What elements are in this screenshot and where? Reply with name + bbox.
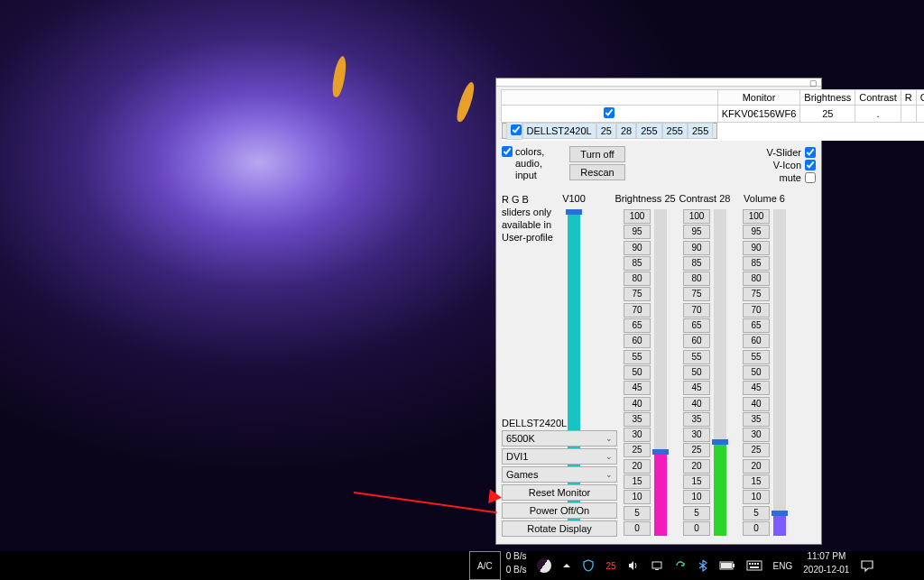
scale-step-button[interactable]: 85 bbox=[624, 256, 651, 271]
scale-step-button[interactable]: 50 bbox=[683, 365, 710, 380]
clock[interactable]: 11:07 PM 2020-12-01 bbox=[798, 551, 855, 580]
turn-off-button[interactable]: Turn off bbox=[569, 146, 625, 162]
scale-step-button[interactable]: 30 bbox=[683, 428, 710, 442]
rescan-button[interactable]: Rescan bbox=[569, 164, 625, 180]
sync-icon[interactable] bbox=[669, 551, 692, 580]
monitor-tray-icon[interactable] bbox=[645, 551, 669, 580]
scale-step-button[interactable]: 25 bbox=[624, 443, 651, 457]
scale-step-button[interactable]: 50 bbox=[624, 365, 651, 380]
scale-step-button[interactable]: 15 bbox=[624, 474, 651, 489]
scale-step-button[interactable]: 5 bbox=[624, 506, 651, 520]
contrast-slider[interactable] bbox=[714, 209, 726, 536]
scale-step-button[interactable]: 20 bbox=[683, 459, 710, 474]
battery-icon[interactable] bbox=[714, 551, 741, 580]
scale-step-button[interactable]: 55 bbox=[743, 350, 770, 364]
scale-step-button[interactable]: 20 bbox=[743, 459, 770, 474]
scale-step-button[interactable]: 40 bbox=[743, 397, 770, 411]
scale-step-button[interactable]: 95 bbox=[683, 225, 710, 239]
scale-step-button[interactable]: 40 bbox=[624, 397, 651, 411]
input-select[interactable]: DVI1⌄ bbox=[502, 448, 617, 465]
scale-step-button[interactable]: 15 bbox=[683, 474, 710, 489]
scale-step-button[interactable]: 75 bbox=[743, 287, 770, 301]
table-row[interactable]: DELLST2420L 25 28 255 255 255 bbox=[502, 123, 718, 139]
scale-step-button[interactable]: 5 bbox=[743, 506, 770, 520]
scale-step-button[interactable]: 70 bbox=[624, 303, 651, 318]
scale-step-button[interactable]: 100 bbox=[683, 209, 710, 224]
notifications-icon[interactable] bbox=[855, 551, 880, 580]
scale-step-button[interactable]: 35 bbox=[743, 412, 770, 427]
scale-step-button[interactable]: 60 bbox=[624, 334, 651, 348]
scale-step-button[interactable]: 85 bbox=[743, 256, 770, 271]
tray-expand-icon[interactable] bbox=[557, 551, 577, 580]
scale-step-button[interactable]: 35 bbox=[683, 412, 710, 427]
brightness-slider[interactable] bbox=[654, 209, 667, 536]
volume-icon[interactable] bbox=[622, 551, 645, 580]
window-titlebar[interactable]: ▢ bbox=[496, 78, 821, 87]
scale-step-button[interactable]: 90 bbox=[624, 241, 651, 255]
volume-slider[interactable] bbox=[773, 209, 786, 536]
scale-step-button[interactable]: 20 bbox=[624, 459, 651, 474]
scale-step-button[interactable]: 65 bbox=[683, 318, 710, 333]
scale-step-button[interactable]: 90 bbox=[683, 241, 710, 255]
language-indicator[interactable]: ENG bbox=[768, 551, 799, 580]
scale-step-button[interactable]: 70 bbox=[743, 303, 770, 318]
reset-monitor-button[interactable]: Reset Monitor bbox=[502, 484, 617, 501]
mute-checkbox[interactable] bbox=[805, 172, 816, 183]
scale-step-button[interactable]: 65 bbox=[743, 318, 770, 333]
monitor-checkbox[interactable] bbox=[511, 124, 522, 135]
table-row[interactable]: KFKV0€156WF6 25 . bbox=[502, 106, 925, 123]
scale-step-button[interactable]: 45 bbox=[683, 381, 710, 395]
scale-step-button[interactable]: 10 bbox=[683, 490, 710, 504]
scale-step-button[interactable]: 85 bbox=[683, 256, 710, 271]
color-temp-select[interactable]: 6500K⌄ bbox=[502, 430, 617, 447]
scale-step-button[interactable]: 60 bbox=[683, 334, 710, 348]
scale-step-button[interactable]: 0 bbox=[743, 521, 770, 536]
vicon-checkbox[interactable] bbox=[805, 160, 816, 170]
scale-step-button[interactable]: 75 bbox=[683, 287, 710, 301]
scale-step-button[interactable]: 80 bbox=[624, 272, 651, 286]
scale-step-button[interactable]: 55 bbox=[683, 350, 710, 364]
scale-step-button[interactable]: 95 bbox=[743, 225, 770, 239]
close-icon[interactable]: ▢ bbox=[809, 79, 818, 87]
scale-step-button[interactable]: 55 bbox=[624, 350, 651, 364]
bluetooth-icon[interactable] bbox=[692, 551, 714, 580]
monitor-checkbox[interactable] bbox=[604, 107, 614, 118]
temperature-indicator[interactable]: 25 bbox=[600, 551, 621, 580]
scale-step-button[interactable]: 10 bbox=[743, 490, 770, 504]
scale-step-button[interactable]: 80 bbox=[683, 272, 710, 286]
scale-step-button[interactable]: 95 bbox=[624, 225, 651, 239]
scale-step-button[interactable]: 40 bbox=[683, 397, 710, 411]
scale-step-button[interactable]: 75 bbox=[624, 287, 651, 301]
scale-step-button[interactable]: 60 bbox=[743, 334, 770, 348]
colors-audio-input-checkbox[interactable] bbox=[502, 146, 513, 157]
scale-step-button[interactable]: 0 bbox=[683, 521, 710, 536]
rotate-display-button[interactable]: Rotate Display bbox=[502, 520, 617, 537]
scale-step-button[interactable]: 0 bbox=[624, 521, 651, 536]
scale-step-button[interactable]: 80 bbox=[743, 272, 770, 286]
scale-step-button[interactable]: 30 bbox=[743, 428, 770, 442]
scale-step-button[interactable]: 50 bbox=[743, 365, 770, 380]
scale-step-button[interactable]: 35 bbox=[624, 412, 651, 427]
scale-step-button[interactable]: 45 bbox=[743, 381, 770, 395]
scale-step-button[interactable]: 25 bbox=[683, 443, 710, 457]
scale-step-button[interactable]: 70 bbox=[683, 303, 710, 318]
vslider-checkbox[interactable] bbox=[805, 147, 816, 158]
scale-step-button[interactable]: 25 bbox=[743, 443, 770, 457]
power-off-on-button[interactable]: Power Off/On bbox=[502, 502, 617, 519]
scale-step-button[interactable]: 10 bbox=[624, 490, 651, 504]
scale-step-button[interactable]: 5 bbox=[683, 506, 710, 520]
shield-icon[interactable] bbox=[577, 551, 600, 580]
scale-step-button[interactable]: 90 bbox=[743, 241, 770, 255]
profile-select[interactable]: Games⌄ bbox=[502, 466, 617, 483]
keyboard-icon[interactable] bbox=[741, 551, 768, 580]
ac-indicator[interactable]: A/C bbox=[469, 551, 501, 580]
moon-phase-icon[interactable] bbox=[531, 551, 557, 580]
scale-step-button[interactable]: 45 bbox=[624, 381, 651, 395]
net-speed[interactable]: 0 B/s 0 B/s bbox=[501, 551, 532, 580]
scale-step-button[interactable]: 30 bbox=[624, 428, 651, 442]
colors-audio-input-option[interactable]: colors, audio, input bbox=[502, 146, 560, 181]
scale-step-button[interactable]: 65 bbox=[624, 318, 651, 333]
scale-step-button[interactable]: 100 bbox=[743, 209, 770, 224]
scale-step-button[interactable]: 100 bbox=[624, 209, 651, 224]
scale-step-button[interactable]: 15 bbox=[743, 474, 770, 489]
